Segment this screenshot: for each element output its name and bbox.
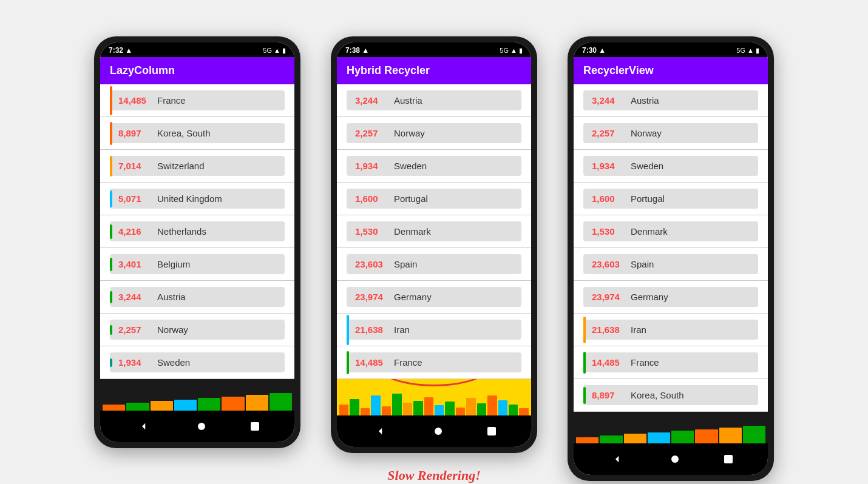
- chart-bar: [403, 403, 412, 415]
- item-country: Austria: [157, 292, 186, 302]
- chart-bar: [743, 426, 765, 443]
- chart-bar: [648, 432, 670, 443]
- item-number: 3,244: [355, 95, 388, 106]
- status-time: 7:30 ▲: [582, 46, 606, 55]
- status-network: 5G ▲ ▮: [263, 47, 286, 55]
- list-item-box: 23,974 Germany: [583, 287, 758, 307]
- item-country: Austria: [394, 95, 422, 106]
- list-item-box: 4,216 Netherlands: [110, 221, 285, 241]
- bar-indicator: [110, 86, 112, 115]
- divider: [574, 411, 768, 412]
- item-number: 3,244: [592, 95, 625, 106]
- list-item-box: 23,974 Germany: [347, 287, 521, 307]
- item-country: Spain: [394, 259, 417, 269]
- list-item-box: 5,071 United Kingdom: [110, 189, 285, 209]
- list-item-box: 7,014 Switzerland: [110, 156, 285, 176]
- list-item: 4,216 Netherlands: [100, 215, 294, 247]
- phone-screen: 7:32 ▲ 5G ▲ ▮ LazyColumn 14,485 France: [100, 42, 294, 442]
- chart-bar: [519, 408, 528, 415]
- app-title: Hybrid Recycler: [347, 64, 521, 77]
- list-item: 14,485 France: [100, 84, 294, 116]
- list-item: 1,934 Sweden: [337, 150, 531, 182]
- back-button[interactable]: [372, 423, 389, 440]
- item-number: 23,974: [592, 292, 625, 302]
- list-item-box: 14,485 France: [583, 352, 758, 372]
- recents-button[interactable]: [487, 427, 496, 435]
- list-item-box: 1,600 Portugal: [583, 189, 758, 209]
- list-container[interactable]: 3,244 Austria 2,257 Norway 1,934 Sweden: [337, 84, 531, 379]
- status-time: 7:32 ▲: [109, 46, 132, 55]
- chart-bar: [382, 406, 391, 415]
- chart-bar: [361, 408, 370, 415]
- perf-chart: [337, 379, 531, 415]
- bar-indicator: [347, 351, 349, 374]
- list-item: 3,401 Belgium: [100, 248, 294, 280]
- back-button[interactable]: [135, 418, 152, 435]
- chart-bar: [174, 400, 197, 411]
- chart-bar: [270, 393, 292, 411]
- item-country: France: [157, 95, 186, 106]
- chart-bar: [498, 400, 507, 415]
- list-item-box: 8,897 Korea, South: [110, 123, 285, 143]
- home-button[interactable]: [671, 455, 679, 463]
- status-bar: 7:38 ▲ 5G ▲ ▮: [337, 42, 531, 57]
- bar-indicator: [110, 258, 112, 271]
- list-item: 23,603 Spain: [574, 248, 768, 280]
- list-item-box: 2,257 Norway: [583, 123, 758, 143]
- item-country: Norway: [394, 128, 425, 138]
- list-item-box: 3,401 Belgium: [110, 254, 285, 274]
- list-item: 23,603 Spain: [337, 248, 531, 280]
- home-button[interactable]: [435, 428, 442, 435]
- item-number: 5,071: [118, 193, 151, 204]
- item-number: 1,600: [592, 193, 625, 204]
- item-number: 1,530: [355, 226, 388, 237]
- list-item: 2,257 Norway: [337, 117, 531, 149]
- mini-chart: [100, 379, 294, 411]
- list-item-box: 1,530 Denmark: [583, 221, 758, 241]
- back-button[interactable]: [609, 451, 626, 468]
- chart-bar: [424, 397, 433, 415]
- list-item: 23,974 Germany: [337, 281, 531, 313]
- chart-bar: [466, 398, 475, 415]
- chart-bar: [600, 435, 622, 443]
- list-item-box: 3,244 Austria: [347, 90, 521, 110]
- chart-bar: [477, 403, 486, 415]
- recents-button[interactable]: [251, 422, 259, 431]
- item-country: Portugal: [631, 193, 665, 204]
- bar-indicator: [110, 156, 112, 176]
- item-country: Norway: [157, 324, 188, 335]
- list-container[interactable]: 3,244 Austria 2,257 Norway 1,934 Sweden: [574, 84, 768, 412]
- chart-bar: [695, 429, 717, 443]
- item-number: 4,216: [118, 226, 151, 237]
- item-number: 14,485: [355, 357, 388, 368]
- item-country: Sweden: [631, 161, 663, 171]
- item-number: 1,934: [355, 161, 388, 171]
- bar-indicator: [347, 315, 349, 345]
- bar-indicator: [110, 325, 112, 335]
- svg-marker-0: [142, 423, 145, 430]
- bar-indicator: [110, 224, 112, 239]
- item-number: 23,974: [355, 292, 388, 302]
- list-item-box: 21,638 Iran: [347, 320, 521, 340]
- item-country: France: [394, 357, 422, 368]
- divider: [100, 378, 294, 379]
- recents-button[interactable]: [724, 455, 733, 463]
- list-item: 1,530 Denmark: [337, 215, 531, 247]
- chart-bar: [456, 408, 465, 415]
- home-button[interactable]: [198, 423, 205, 430]
- chart-bar: [435, 405, 444, 415]
- bar-indicator: [110, 358, 112, 367]
- list-container[interactable]: 14,485 France 8,897 Korea, South 7,014 S…: [100, 84, 294, 379]
- chart-bar: [103, 405, 125, 411]
- item-number: 21,638: [592, 324, 625, 335]
- list-item: 14,485 France: [337, 346, 531, 378]
- mini-chart: [574, 412, 768, 443]
- item-number: 2,257: [355, 128, 388, 138]
- status-time: 7:38 ▲: [345, 46, 369, 55]
- item-number: 1,530: [592, 226, 625, 237]
- app-bar: LazyColumn: [100, 57, 294, 84]
- status-bar: 7:30 ▲ 5G ▲ ▮: [574, 42, 768, 57]
- list-item-box: 21,638 Iran: [583, 320, 758, 340]
- list-item-box: 2,257 Norway: [347, 123, 521, 143]
- bottom-nav: [337, 415, 531, 447]
